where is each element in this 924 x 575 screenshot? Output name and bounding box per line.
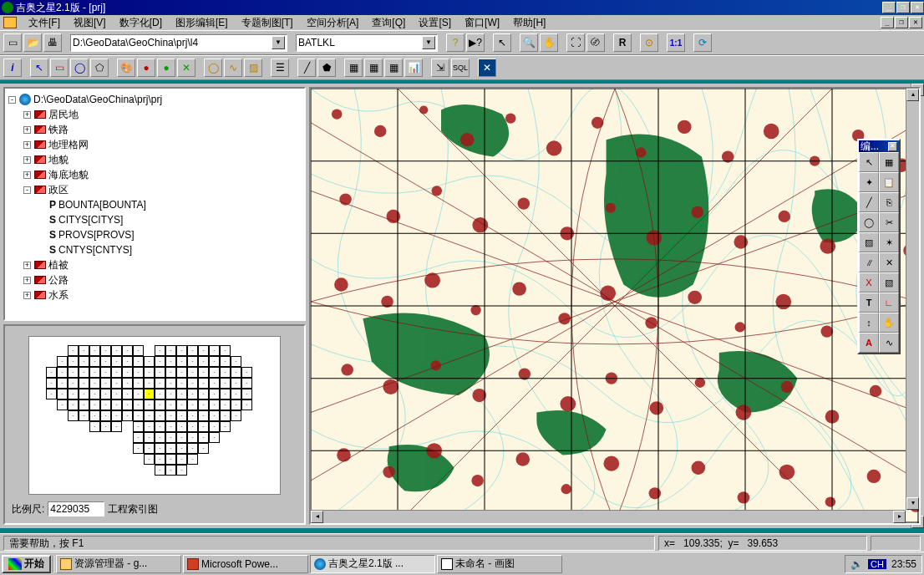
task-explorer[interactable]: 资源管理器 - g... [56, 555, 181, 573]
index-cell[interactable]: - [100, 410, 111, 421]
index-cell[interactable]: - [89, 399, 100, 410]
index-cell[interactable]: - [165, 443, 176, 454]
index-cell[interactable]: - [187, 345, 198, 356]
index-cell[interactable]: - [241, 389, 252, 399]
index-cell[interactable]: - [68, 378, 79, 389]
info-button[interactable]: i [3, 59, 22, 77]
index-cell[interactable]: - [165, 367, 176, 378]
scale-input[interactable] [48, 501, 104, 516]
pal-star-button[interactable]: ✶ [879, 232, 899, 252]
index-cell[interactable]: - [209, 356, 220, 367]
index-cell[interactable]: - [155, 399, 165, 410]
task-paint[interactable]: 未命名 - 画图 [437, 555, 562, 573]
collapse-icon[interactable]: - [8, 96, 16, 104]
index-cell[interactable]: - [198, 389, 209, 399]
index-cell[interactable]: - [165, 465, 176, 476]
zoom-in-button[interactable]: 🔍 [520, 33, 538, 52]
pal-x-button[interactable]: X [859, 272, 879, 293]
index-cell[interactable]: - [122, 399, 133, 410]
pal-copy-button[interactable]: ⎘ [879, 192, 899, 212]
index-cell[interactable]: - [144, 399, 155, 410]
palette-titlebar[interactable]: 编... ✕ [859, 140, 899, 152]
tree-child-node[interactable]: SCNTYS[CNTYS] [47, 242, 301, 257]
index-cell[interactable]: - [57, 378, 68, 389]
index-cell[interactable]: - [231, 378, 241, 389]
index-cell[interactable]: - [198, 356, 209, 367]
pal-grid-button[interactable]: ▦ [879, 152, 899, 172]
index-cell[interactable]: - [133, 410, 144, 421]
refresh-button[interactable]: ⟳ [693, 33, 712, 52]
index-cell[interactable]: - [209, 410, 220, 421]
index-cell[interactable]: - [187, 399, 198, 410]
tree-node[interactable]: +植被 [23, 257, 301, 272]
index-cell[interactable]: - [220, 389, 231, 399]
index-cell[interactable]: - [187, 378, 198, 389]
index-cell[interactable]: - [187, 432, 198, 443]
menu-digitize[interactable]: 数字化[D] [113, 14, 169, 32]
index-cell[interactable]: - [100, 367, 111, 378]
menu-spatial[interactable]: 空间分析[A] [300, 14, 366, 32]
grid2-button[interactable]: ▦ [364, 59, 383, 77]
index-cell[interactable]: - [198, 432, 209, 443]
index-cell[interactable]: - [79, 345, 89, 356]
index-cell[interactable]: - [133, 356, 144, 367]
index-cell[interactable]: - [209, 378, 220, 389]
index-cell[interactable]: - [133, 367, 144, 378]
index-cell[interactable]: - [231, 367, 241, 378]
expand-icon[interactable]: - [23, 186, 31, 194]
index-cell[interactable]: - [68, 345, 79, 356]
index-cell[interactable]: - [187, 454, 198, 465]
index-cell[interactable]: - [198, 345, 209, 356]
index-cell[interactable]: - [133, 421, 144, 432]
index-cell[interactable]: - [165, 378, 176, 389]
index-cell[interactable]: - [100, 345, 111, 356]
index-cell[interactable]: - [79, 367, 89, 378]
layers-button[interactable]: ☰ [271, 59, 289, 77]
index-cell[interactable]: - [165, 454, 176, 465]
paint-button[interactable]: 🎨 [117, 59, 135, 77]
index-cell[interactable]: - [220, 345, 231, 356]
index-cell[interactable]: - [122, 356, 133, 367]
index-cell[interactable]: - [241, 399, 252, 410]
volume-icon[interactable]: 🔊 [850, 558, 863, 570]
index-cell[interactable]: - [79, 410, 89, 421]
index-cell[interactable]: - [122, 345, 133, 356]
pal-hand-button[interactable]: ✋ [879, 313, 899, 333]
index-cell[interactable]: - [46, 367, 57, 378]
index-cell[interactable]: - [176, 454, 187, 465]
index-cell[interactable]: - [122, 389, 133, 399]
tree-node[interactable]: +公路 [23, 272, 301, 288]
menu-view[interactable]: 视图[V] [67, 14, 113, 32]
pal-cut-button[interactable]: ✂ [879, 212, 899, 232]
pal-label-button[interactable]: A [859, 333, 879, 353]
index-cell[interactable]: - [68, 399, 79, 410]
index-cell[interactable]: - [209, 421, 220, 432]
index-cell[interactable]: - [220, 367, 231, 378]
index-cell[interactable]: - [220, 410, 231, 421]
index-cell[interactable]: - [165, 410, 176, 421]
select-circle-button[interactable]: ◯ [70, 59, 89, 77]
index-cell[interactable]: - [89, 389, 100, 399]
index-cell[interactable]: - [122, 378, 133, 389]
index-cell[interactable]: - [187, 443, 198, 454]
pal-hatch-button[interactable]: ▧ [879, 272, 899, 293]
map-view[interactable]: 编... ✕ ↖ ▦ ✦ 📋 ╱ ⎘ ◯ ✂ ▨ ✶ ⫽ ✕ X ▧ T ∟ ↕ [309, 87, 921, 525]
index-cell[interactable]: - [176, 443, 187, 454]
index-cell[interactable]: - [111, 367, 122, 378]
pointer-button[interactable]: ↖ [493, 33, 511, 52]
layer-combo[interactable]: BATLKL ▼ [296, 34, 438, 52]
index-cell[interactable]: - [176, 399, 187, 410]
index-cell[interactable]: - [111, 421, 122, 432]
index-cell[interactable]: - [89, 356, 100, 367]
circle-tool-button[interactable]: ◯ [204, 59, 222, 77]
index-cell[interactable]: - [144, 443, 155, 454]
index-cell[interactable]: - [57, 356, 68, 367]
index-cell[interactable]: - [144, 367, 155, 378]
index-cell[interactable]: - [89, 410, 100, 421]
edit-palette[interactable]: 编... ✕ ↖ ▦ ✦ 📋 ╱ ⎘ ◯ ✂ ▨ ✶ ⫽ ✕ X ▧ T ∟ ↕ [857, 139, 901, 354]
index-grid[interactable]: ----------------------------------------… [28, 336, 281, 495]
fill-red-button[interactable]: ● [137, 59, 155, 77]
polygon-tool-button[interactable]: ⬟ [317, 59, 336, 77]
index-cell[interactable]: - [231, 410, 241, 421]
print-button[interactable]: 🖶 [43, 33, 62, 52]
